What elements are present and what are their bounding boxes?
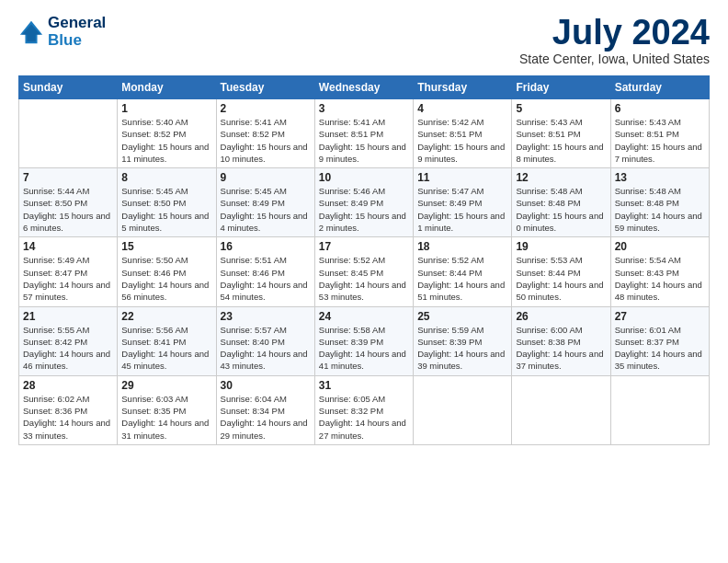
- col-saturday: Saturday: [610, 76, 709, 99]
- calendar-cell: 31 Sunrise: 6:05 AM Sunset: 8:32 PM Dayl…: [314, 375, 413, 444]
- day-number: 1: [121, 102, 211, 115]
- day-number: 15: [121, 240, 211, 253]
- sunrise: Sunrise: 5:45 AM: [221, 186, 287, 196]
- daylight: Daylight: 14 hours and 54 minutes.: [221, 280, 308, 302]
- sunset: Sunset: 8:49 PM: [221, 198, 285, 208]
- day-number: 24: [319, 310, 409, 323]
- day-number: 10: [319, 171, 409, 184]
- calendar-header-row: Sunday Monday Tuesday Wednesday Thursday…: [19, 76, 710, 99]
- daylight: Daylight: 14 hours and 39 minutes.: [417, 349, 505, 371]
- sunrise: Sunrise: 5:52 AM: [417, 255, 483, 265]
- sunrise: Sunrise: 6:02 AM: [23, 394, 89, 404]
- daylight: Daylight: 14 hours and 37 minutes.: [516, 349, 603, 371]
- sunrise: Sunrise: 5:47 AM: [417, 186, 483, 196]
- sunset: Sunset: 8:48 PM: [516, 198, 580, 208]
- col-monday: Monday: [118, 76, 216, 99]
- calendar-cell: 15 Sunrise: 5:50 AM Sunset: 8:46 PM Dayl…: [118, 237, 216, 306]
- day-number: 11: [417, 171, 507, 184]
- calendar-cell: 9 Sunrise: 5:45 AM Sunset: 8:49 PM Dayli…: [216, 168, 314, 237]
- daylight: Daylight: 14 hours and 51 minutes.: [417, 280, 505, 302]
- sunset: Sunset: 8:34 PM: [221, 406, 285, 416]
- calendar-week-3: 21 Sunrise: 5:55 AM Sunset: 8:42 PM Dayl…: [19, 306, 710, 375]
- sunset: Sunset: 8:51 PM: [319, 129, 383, 139]
- logo: General Blue: [18, 15, 106, 49]
- day-info: Sunrise: 5:52 AM Sunset: 8:44 PM Dayligh…: [417, 254, 507, 303]
- calendar-cell: 26 Sunrise: 6:00 AM Sunset: 8:38 PM Dayl…: [512, 306, 610, 375]
- calendar-cell: 27 Sunrise: 6:01 AM Sunset: 8:37 PM Dayl…: [610, 306, 709, 375]
- daylight: Daylight: 14 hours and 33 minutes.: [23, 418, 110, 440]
- sunrise: Sunrise: 5:56 AM: [121, 325, 188, 335]
- daylight: Daylight: 15 hours and 9 minutes.: [319, 142, 406, 164]
- day-info: Sunrise: 5:51 AM Sunset: 8:46 PM Dayligh…: [221, 254, 311, 303]
- day-info: Sunrise: 6:01 AM Sunset: 8:37 PM Dayligh…: [615, 324, 705, 373]
- sunset: Sunset: 8:51 PM: [615, 129, 679, 139]
- day-info: Sunrise: 5:56 AM Sunset: 8:41 PM Dayligh…: [121, 324, 211, 373]
- calendar-cell: 28 Sunrise: 6:02 AM Sunset: 8:36 PM Dayl…: [19, 375, 118, 444]
- day-number: 30: [221, 379, 311, 392]
- day-info: Sunrise: 5:41 AM Sunset: 8:52 PM Dayligh…: [221, 116, 311, 165]
- day-number: 7: [23, 171, 113, 184]
- sunrise: Sunrise: 6:00 AM: [516, 325, 582, 335]
- sunrise: Sunrise: 5:58 AM: [319, 325, 385, 335]
- day-info: Sunrise: 5:43 AM Sunset: 8:51 PM Dayligh…: [516, 116, 606, 165]
- day-info: Sunrise: 5:50 AM Sunset: 8:46 PM Dayligh…: [121, 254, 211, 303]
- day-info: Sunrise: 6:00 AM Sunset: 8:38 PM Dayligh…: [516, 324, 606, 373]
- sunset: Sunset: 8:44 PM: [516, 268, 580, 278]
- title-block: July 2024 State Center, Iowa, United Sta…: [519, 15, 710, 66]
- daylight: Daylight: 14 hours and 57 minutes.: [23, 280, 110, 302]
- sunrise: Sunrise: 6:01 AM: [615, 325, 681, 335]
- sunrise: Sunrise: 5:51 AM: [221, 255, 287, 265]
- sunset: Sunset: 8:52 PM: [121, 129, 186, 139]
- calendar-cell: 1 Sunrise: 5:40 AM Sunset: 8:52 PM Dayli…: [118, 99, 216, 168]
- daylight: Daylight: 15 hours and 11 minutes.: [121, 142, 209, 164]
- day-info: Sunrise: 6:04 AM Sunset: 8:34 PM Dayligh…: [221, 393, 311, 442]
- sunset: Sunset: 8:51 PM: [516, 129, 580, 139]
- sunrise: Sunrise: 5:49 AM: [23, 255, 89, 265]
- calendar-cell: 3 Sunrise: 5:41 AM Sunset: 8:51 PM Dayli…: [314, 99, 413, 168]
- sunset: Sunset: 8:46 PM: [221, 268, 285, 278]
- day-number: 4: [417, 102, 507, 115]
- day-number: 5: [516, 102, 606, 115]
- day-number: 31: [319, 379, 409, 392]
- daylight: Daylight: 15 hours and 10 minutes.: [221, 142, 308, 164]
- day-number: 25: [417, 310, 507, 323]
- day-number: 19: [516, 240, 606, 253]
- calendar-week-0: 1 Sunrise: 5:40 AM Sunset: 8:52 PM Dayli…: [19, 99, 710, 168]
- svg-marker-1: [22, 24, 41, 41]
- sunset: Sunset: 8:42 PM: [23, 337, 87, 347]
- day-info: Sunrise: 5:48 AM Sunset: 8:48 PM Dayligh…: [516, 185, 606, 234]
- daylight: Daylight: 14 hours and 35 minutes.: [615, 349, 702, 371]
- day-info: Sunrise: 5:58 AM Sunset: 8:39 PM Dayligh…: [319, 324, 409, 373]
- month-title: July 2024: [519, 15, 710, 50]
- calendar-cell: 14 Sunrise: 5:49 AM Sunset: 8:47 PM Dayl…: [19, 237, 118, 306]
- sunrise: Sunrise: 6:04 AM: [221, 394, 287, 404]
- calendar-cell: 29 Sunrise: 6:03 AM Sunset: 8:35 PM Dayl…: [118, 375, 216, 444]
- sunset: Sunset: 8:36 PM: [23, 406, 87, 416]
- sunrise: Sunrise: 5:48 AM: [516, 186, 582, 196]
- daylight: Daylight: 14 hours and 27 minutes.: [319, 418, 406, 440]
- daylight: Daylight: 15 hours and 6 minutes.: [23, 211, 110, 233]
- logo-icon: [18, 19, 44, 45]
- day-info: Sunrise: 5:45 AM Sunset: 8:49 PM Dayligh…: [221, 185, 311, 234]
- day-info: Sunrise: 5:44 AM Sunset: 8:50 PM Dayligh…: [23, 185, 113, 234]
- sunset: Sunset: 8:38 PM: [516, 337, 580, 347]
- col-wednesday: Wednesday: [314, 76, 413, 99]
- logo-text: General Blue: [48, 15, 106, 49]
- sunset: Sunset: 8:35 PM: [121, 406, 186, 416]
- day-info: Sunrise: 5:40 AM Sunset: 8:52 PM Dayligh…: [121, 116, 211, 165]
- calendar-cell: 22 Sunrise: 5:56 AM Sunset: 8:41 PM Dayl…: [118, 306, 216, 375]
- day-number: 20: [615, 240, 705, 253]
- calendar-cell: 21 Sunrise: 5:55 AM Sunset: 8:42 PM Dayl…: [19, 306, 118, 375]
- day-number: 21: [23, 310, 113, 323]
- daylight: Daylight: 14 hours and 48 minutes.: [615, 280, 702, 302]
- location: State Center, Iowa, United States: [519, 52, 710, 66]
- header: General Blue July 2024 State Center, Iow…: [18, 15, 710, 66]
- calendar-cell: 30 Sunrise: 6:04 AM Sunset: 8:34 PM Dayl…: [216, 375, 314, 444]
- sunrise: Sunrise: 5:43 AM: [516, 117, 582, 127]
- page: General Blue July 2024 State Center, Iow…: [0, 0, 728, 563]
- sunrise: Sunrise: 5:44 AM: [23, 186, 89, 196]
- daylight: Daylight: 15 hours and 5 minutes.: [121, 211, 209, 233]
- sunrise: Sunrise: 5:50 AM: [121, 255, 188, 265]
- sunset: Sunset: 8:48 PM: [615, 198, 679, 208]
- day-info: Sunrise: 5:46 AM Sunset: 8:49 PM Dayligh…: [319, 185, 409, 234]
